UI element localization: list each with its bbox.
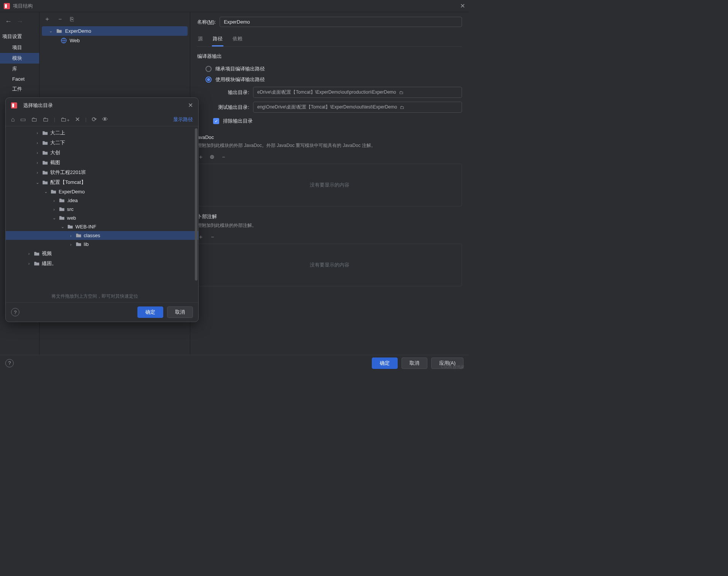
window-close-icon[interactable]: ✕: [460, 2, 465, 10]
test-output-input[interactable]: eng\OneDrive\桌面\配置【Tomcat】\ExperDemo\out…: [253, 102, 462, 113]
ext-annot-toolbar: ＋ －: [197, 232, 462, 242]
module-toolbar: ＋ － ⎘: [40, 12, 190, 26]
tab-paths[interactable]: 路径: [212, 33, 223, 46]
remove-icon[interactable]: －: [57, 15, 63, 23]
tree-label: web: [67, 215, 76, 221]
copy-icon[interactable]: ⎘: [70, 16, 74, 23]
refresh-icon[interactable]: ⟳: [92, 116, 97, 123]
exclude-row[interactable]: ✓ 排除输出目录: [197, 115, 462, 128]
chevron-icon[interactable]: ›: [35, 170, 40, 175]
tree-row[interactable]: › src: [6, 205, 198, 214]
chevron-icon[interactable]: ›: [68, 242, 73, 247]
radio-module-row[interactable]: 使用模块编译输出路径: [197, 74, 462, 85]
chevron-icon[interactable]: ›: [51, 207, 57, 212]
tree-row[interactable]: › 大二上: [6, 128, 198, 138]
tree-row[interactable]: ⌄ WEB-INF: [6, 222, 198, 231]
folder-icon: [42, 170, 48, 176]
dialog-close-icon[interactable]: ✕: [188, 102, 193, 109]
javadoc-desc: 理附加到此模块的外部 JavaDoc。外部 JavaDoc 重写模块中可能具有的…: [197, 142, 462, 149]
radio-module[interactable]: [205, 77, 212, 83]
sidebar-item-artifacts[interactable]: 工件: [0, 84, 39, 94]
dialog-help-button[interactable]: ?: [11, 308, 19, 316]
dialog-cancel-button[interactable]: 取消: [167, 306, 193, 318]
remove-icon[interactable]: －: [221, 153, 226, 161]
browse-icon[interactable]: 🗀: [399, 90, 404, 95]
folder-icon: [59, 206, 65, 212]
tree-row[interactable]: › 大二下: [6, 138, 198, 148]
show-path-link[interactable]: 显示路径: [173, 116, 193, 123]
tab-sources[interactable]: 源: [197, 33, 204, 46]
module-icon[interactable]: 🗀: [43, 116, 49, 123]
tree-row[interactable]: › 大创: [6, 148, 198, 158]
tree-row[interactable]: › 截图: [6, 158, 198, 168]
tree-row[interactable]: › 视频: [6, 249, 198, 258]
tree-row[interactable]: › .idea: [6, 196, 198, 205]
ext-annot-title: 卜部注解: [197, 213, 462, 220]
dialog-tree[interactable]: › 大二上› 大二下› 大创› 截图› 软件工程2201班⌄ 配置【Tomcat…: [6, 126, 198, 292]
folder-icon: [51, 189, 56, 195]
delete-icon[interactable]: ✕: [75, 116, 80, 123]
chevron-down-icon[interactable]: ⌄: [48, 29, 53, 34]
chevron-icon[interactable]: ⌄: [35, 180, 40, 185]
tree-row[interactable]: › lib: [6, 240, 198, 249]
chevron-icon[interactable]: ⌄: [51, 215, 57, 220]
home-icon[interactable]: ⌂: [11, 116, 15, 123]
exclude-checkbox[interactable]: ✓: [213, 118, 219, 124]
add-icon[interactable]: ＋: [44, 15, 50, 23]
ok-button[interactable]: 确定: [372, 357, 398, 369]
chevron-icon[interactable]: ⌄: [43, 189, 48, 194]
tree-label: .idea: [67, 198, 78, 203]
cancel-button[interactable]: 取消: [401, 357, 427, 369]
new-folder-icon[interactable]: 🗀₊: [61, 116, 70, 123]
sidebar-item-modules[interactable]: 模块: [0, 53, 39, 64]
chevron-icon[interactable]: ›: [35, 160, 40, 165]
chevron-icon[interactable]: ›: [35, 131, 40, 135]
dialog-scrollbar[interactable]: [195, 128, 198, 281]
chevron-icon[interactable]: ⌄: [60, 224, 65, 229]
dialog-header: 选择输出目录 ✕: [6, 98, 198, 113]
name-input[interactable]: [220, 17, 462, 27]
sidebar-item-facet[interactable]: Facet: [0, 74, 39, 84]
tree-row[interactable]: › classes: [6, 231, 198, 240]
show-hidden-icon[interactable]: 👁: [102, 116, 108, 123]
javadoc-list: 没有要显示的内容: [197, 164, 462, 206]
add-icon[interactable]: ＋: [198, 153, 204, 161]
add-icon[interactable]: ＋: [198, 233, 204, 241]
nav-back-icon[interactable]: ←: [5, 18, 12, 26]
project-icon[interactable]: 🗀: [31, 116, 37, 123]
add-url-icon[interactable]: ⊕: [210, 153, 215, 161]
tree-label: ExperDemo: [59, 189, 85, 195]
desktop-icon[interactable]: ▭: [20, 116, 26, 123]
name-row: 名称(M):: [197, 17, 462, 27]
remove-icon[interactable]: －: [210, 233, 215, 241]
chevron-icon[interactable]: ›: [35, 140, 40, 145]
chevron-icon[interactable]: ›: [26, 251, 32, 256]
module-root-row[interactable]: ⌄ ExperDemo: [42, 26, 188, 36]
tree-row[interactable]: ⌄ 配置【Tomcat】: [6, 177, 198, 187]
chevron-icon[interactable]: ›: [26, 261, 32, 266]
help-button[interactable]: ?: [5, 359, 14, 367]
tab-dependencies[interactable]: 依赖: [232, 33, 243, 46]
javadoc-toolbar: ＋ ⊕ －: [197, 152, 462, 162]
sidebar-item-libraries[interactable]: 库: [0, 64, 39, 74]
tree-row[interactable]: › 縕困。: [6, 258, 198, 268]
chevron-icon[interactable]: ›: [68, 233, 73, 238]
sidebar-item-project[interactable]: 项目: [0, 42, 39, 53]
tree-row[interactable]: ⌄ ExperDemo: [6, 187, 198, 196]
module-root-label: ExperDemo: [65, 28, 91, 34]
tree-label: 大二上: [50, 129, 65, 136]
module-child-row[interactable]: Web: [40, 36, 190, 45]
output-input[interactable]: eDrive\桌面\配置【Tomcat】\ExperDemo\out\produ…: [253, 87, 462, 98]
exclude-label: 排除输出目录: [223, 118, 253, 124]
browse-icon[interactable]: 🗀: [400, 105, 405, 110]
tree-row[interactable]: ⌄ web: [6, 214, 198, 222]
chevron-icon[interactable]: ›: [35, 150, 40, 155]
folder-icon: [67, 224, 73, 230]
folder-icon: [76, 233, 81, 238]
window-title: 项目结构: [13, 3, 33, 10]
chevron-icon[interactable]: ›: [51, 198, 57, 203]
dialog-ok-button[interactable]: 确定: [137, 306, 163, 318]
radio-inherit-row[interactable]: 继承项目编译输出路径: [197, 64, 462, 74]
tree-row[interactable]: › 软件工程2201班: [6, 168, 198, 177]
radio-inherit[interactable]: [205, 66, 212, 72]
